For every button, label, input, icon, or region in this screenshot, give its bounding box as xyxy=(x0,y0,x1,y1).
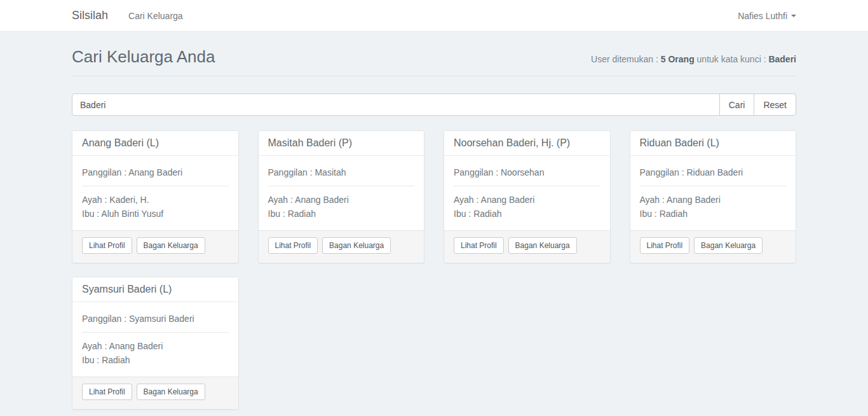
person-ayah: Ayah : Kaderi, H. xyxy=(82,193,229,207)
result-count: 5 Orang xyxy=(661,54,695,64)
chevron-down-icon xyxy=(791,15,796,17)
bagan-keluarga-button[interactable]: Bagan Keluarga xyxy=(322,237,391,254)
person-panggilan: Panggilan : Noorsehan xyxy=(454,165,600,179)
person-card: Masitah Baderi (P) Panggilan : Masitah A… xyxy=(258,130,425,263)
person-card-body: Panggilan : Riduan Baderi Ayah : Anang B… xyxy=(630,156,796,230)
person-ibu: Ibu : Radiah xyxy=(454,207,600,221)
page-header: Cari Keluarga Anda User ditemukan : 5 Or… xyxy=(72,32,796,76)
person-panggilan: Panggilan : Riduan Baderi xyxy=(640,165,787,179)
cari-button[interactable]: Cari xyxy=(719,94,755,116)
page-title: Cari Keluarga Anda xyxy=(72,47,215,67)
person-card-body: Panggilan : Syamsuri Baderi Ayah : Anang… xyxy=(72,302,238,377)
user-menu-label: Nafies Luthfi xyxy=(738,11,787,21)
person-ayah: Ayah : Anang Baderi xyxy=(82,339,229,353)
person-card: Riduan Baderi (L) Panggilan : Riduan Bad… xyxy=(630,130,797,263)
result-middle: untuk kata kunci : xyxy=(695,54,769,64)
person-panggilan: Panggilan : Masitah xyxy=(268,165,415,179)
person-card-body: Panggilan : Noorsehan Ayah : Anang Bader… xyxy=(444,156,610,230)
top-navbar: Silsilah Cari Keluarga Nafies Luthfi xyxy=(0,0,868,32)
card-divider xyxy=(82,186,229,186)
person-ayah: Ayah : Anang Baderi xyxy=(640,193,787,207)
person-card-footer: Lihat Profil Bagan Keluarga xyxy=(259,230,424,263)
person-card-footer: Lihat Profil Bagan Keluarga xyxy=(72,377,238,409)
person-cards-grid: Anang Baderi (L) Panggilan : Anang Bader… xyxy=(72,130,796,416)
person-card-title: Syamsuri Baderi (L) xyxy=(72,277,238,302)
person-panggilan: Panggilan : Anang Baderi xyxy=(82,165,229,179)
search-form: Cari Reset xyxy=(72,94,796,116)
bagan-keluarga-button[interactable]: Bagan Keluarga xyxy=(137,384,205,400)
person-card-title: Masitah Baderi (P) xyxy=(259,131,424,156)
person-card-title: Anang Baderi (L) xyxy=(72,131,238,156)
card-divider xyxy=(454,186,600,186)
bagan-keluarga-button[interactable]: Bagan Keluarga xyxy=(694,237,763,254)
person-card-body: Panggilan : Anang Baderi Ayah : Kaderi, … xyxy=(72,156,238,230)
user-menu-dropdown[interactable]: Nafies Luthfi xyxy=(738,11,796,21)
person-card-title: Riduan Baderi (L) xyxy=(630,131,796,156)
nav-item-cari-keluarga[interactable]: Cari Keluarga xyxy=(128,11,183,21)
person-ibu: Ibu : Radiah xyxy=(82,353,229,367)
person-card: Noorsehan Baderi, Hj. (P) Panggilan : No… xyxy=(444,130,611,263)
brand-link[interactable]: Silsilah xyxy=(72,9,108,22)
lihat-profil-button[interactable]: Lihat Profil xyxy=(268,237,318,254)
main-content: Cari Keluarga Anda User ditemukan : 5 Or… xyxy=(62,32,806,416)
person-ayah: Ayah : Anang Baderi xyxy=(454,193,600,207)
result-prefix: User ditemukan : xyxy=(591,54,661,64)
lihat-profil-button[interactable]: Lihat Profil xyxy=(454,237,504,254)
bagan-keluarga-button[interactable]: Bagan Keluarga xyxy=(508,237,577,254)
lihat-profil-button[interactable]: Lihat Profil xyxy=(82,384,132,400)
card-divider xyxy=(268,186,415,186)
card-divider xyxy=(640,186,787,186)
search-result-summary: User ditemukan : 5 Orang untuk kata kunc… xyxy=(591,54,796,64)
person-card-title: Noorsehan Baderi, Hj. (P) xyxy=(444,131,610,156)
person-ayah: Ayah : Anang Baderi xyxy=(268,193,415,207)
result-keyword: Baderi xyxy=(768,54,796,64)
lihat-profil-button[interactable]: Lihat Profil xyxy=(82,237,132,254)
search-input[interactable] xyxy=(72,94,720,116)
person-card: Syamsuri Baderi (L) Panggilan : Syamsuri… xyxy=(72,277,239,410)
person-card: Anang Baderi (L) Panggilan : Anang Bader… xyxy=(72,130,239,263)
person-ibu: Ibu : Radiah xyxy=(268,207,415,221)
bagan-keluarga-button[interactable]: Bagan Keluarga xyxy=(137,237,205,254)
person-panggilan: Panggilan : Syamsuri Baderi xyxy=(82,312,229,326)
person-card-footer: Lihat Profil Bagan Keluarga xyxy=(72,230,238,263)
person-ibu: Ibu : Aluh Binti Yusuf xyxy=(82,207,229,221)
person-card-body: Panggilan : Masitah Ayah : Anang Baderi … xyxy=(259,156,424,230)
person-card-footer: Lihat Profil Bagan Keluarga xyxy=(630,230,796,263)
person-ibu: Ibu : Radiah xyxy=(640,207,787,221)
lihat-profil-button[interactable]: Lihat Profil xyxy=(640,237,690,254)
reset-button[interactable]: Reset xyxy=(754,94,796,116)
person-card-footer: Lihat Profil Bagan Keluarga xyxy=(444,230,610,263)
card-divider xyxy=(82,332,229,333)
